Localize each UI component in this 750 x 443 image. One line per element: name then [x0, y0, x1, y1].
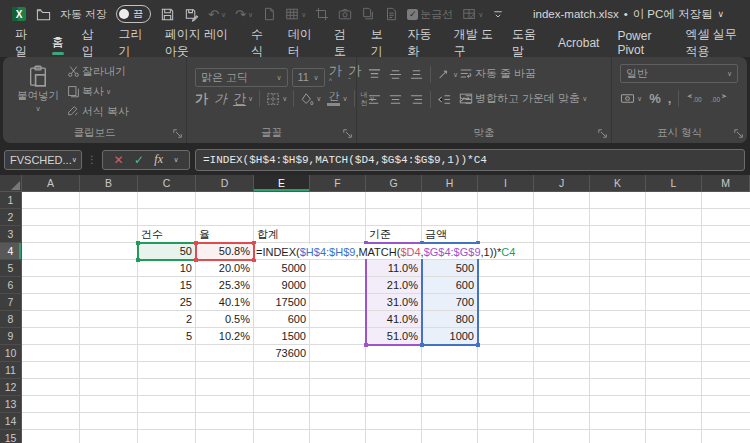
- name-box[interactable]: FVSCHED... ∨: [4, 150, 82, 170]
- column-header-D[interactable]: D: [196, 175, 254, 192]
- paste-button[interactable]: 붙여넣기 ∨: [15, 65, 61, 112]
- percent-style-button[interactable]: %: [649, 91, 661, 106]
- cell-E3[interactable]: 합계: [254, 226, 309, 242]
- column-header-H[interactable]: H: [422, 175, 478, 192]
- save-icon[interactable]: [160, 7, 175, 22]
- save-as-icon[interactable]: [184, 7, 199, 22]
- row-header-4[interactable]: 4: [0, 243, 22, 260]
- enter-button[interactable]: ✓: [134, 153, 144, 167]
- row-header-15[interactable]: 15: [0, 430, 22, 443]
- title-chevron-icon[interactable]: ∨: [718, 10, 725, 19]
- column-header-B[interactable]: B: [80, 175, 138, 192]
- document-lines-icon[interactable]: [384, 7, 398, 21]
- new-file-icon[interactable]: [262, 7, 276, 21]
- tab-자동화[interactable]: 자동화: [399, 28, 445, 57]
- bold-button[interactable]: 가: [195, 92, 208, 105]
- cell-C9[interactable]: 5: [138, 328, 195, 344]
- align-bottom-icon[interactable]: [409, 68, 424, 81]
- align-left-icon[interactable]: [367, 93, 382, 106]
- table-icon[interactable]: ∨: [285, 7, 306, 21]
- merge-center-button[interactable]: 병합하고 가운데 맞춤 ∨: [459, 91, 587, 106]
- decrease-indent-icon[interactable]: [437, 93, 452, 106]
- row-header-14[interactable]: 14: [0, 413, 22, 430]
- column-header-K[interactable]: K: [590, 175, 646, 192]
- tab-페이지 레이아웃[interactable]: 페이지 레이아웃: [156, 28, 242, 57]
- cell-E7[interactable]: 17500: [254, 294, 309, 310]
- row-header-13[interactable]: 13: [0, 396, 22, 413]
- align-middle-icon[interactable]: [388, 68, 403, 81]
- draw-table-icon[interactable]: ∨: [462, 7, 483, 21]
- column-header-L[interactable]: L: [646, 175, 702, 192]
- format-painter-button[interactable]: 서식 복사: [67, 104, 129, 119]
- cell-E9[interactable]: 1500: [254, 328, 309, 344]
- cell-D7[interactable]: 40.1%: [196, 294, 253, 310]
- underline-button[interactable]: 간∨: [233, 92, 253, 106]
- tab-검토[interactable]: 검토: [325, 28, 362, 57]
- wrap-text-button[interactable]: 자동 줄 바꿈: [459, 66, 536, 81]
- tab-보기[interactable]: 보기: [362, 28, 399, 57]
- row-header-5[interactable]: 5: [0, 260, 22, 277]
- tab-개발 도구[interactable]: 개발 도구: [445, 28, 503, 57]
- cell-E8[interactable]: 600: [254, 311, 309, 327]
- gridlines-checkbox[interactable]: ✓ 눈금선: [407, 7, 453, 22]
- number-dialog-launcher[interactable]: [734, 129, 743, 138]
- cell-D9[interactable]: 10.2%: [196, 328, 253, 344]
- cell-C7[interactable]: 25: [138, 294, 195, 310]
- autosave-toggle[interactable]: 끔: [116, 5, 151, 23]
- row-header-12[interactable]: 12: [0, 379, 22, 396]
- align-center-icon[interactable]: [388, 93, 403, 106]
- alignment-dialog-launcher[interactable]: [598, 129, 607, 138]
- row-header-9[interactable]: 9: [0, 328, 22, 345]
- cell-D6[interactable]: 25.3%: [196, 277, 253, 293]
- cell-E6[interactable]: 9000: [254, 277, 309, 293]
- cell-C3[interactable]: 건수: [138, 226, 195, 242]
- cell-D5[interactable]: 20.0%: [196, 260, 253, 276]
- qat-more-button[interactable]: [492, 8, 504, 20]
- font-name-select[interactable]: 맑은 고딕 ∨: [195, 68, 288, 87]
- column-header-G[interactable]: G: [366, 175, 422, 192]
- clipboard-dialog-launcher[interactable]: [173, 129, 182, 138]
- row-header-11[interactable]: 11: [0, 362, 22, 379]
- cell-D3[interactable]: 율: [196, 226, 253, 242]
- tab-그리기[interactable]: 그리기: [110, 28, 156, 57]
- tab-도움말[interactable]: 도움말: [503, 28, 549, 57]
- row-header-7[interactable]: 7: [0, 294, 22, 311]
- copy-document-icon[interactable]: [361, 7, 375, 21]
- cell-D8[interactable]: 0.5%: [196, 311, 253, 327]
- camera-icon[interactable]: [338, 7, 352, 21]
- fill-color-button[interactable]: ∨: [300, 92, 321, 106]
- cell-H3[interactable]: 금액: [422, 226, 477, 242]
- align-top-icon[interactable]: [367, 68, 382, 81]
- borders-button[interactable]: ∨: [266, 92, 287, 106]
- cell-E10[interactable]: 73600: [254, 345, 309, 361]
- row-header-2[interactable]: 2: [0, 209, 22, 226]
- column-header-A[interactable]: A: [22, 175, 80, 192]
- copy-button[interactable]: 복사 ∨: [67, 84, 129, 99]
- open-folder-icon[interactable]: [36, 7, 51, 22]
- comma-style-button[interactable]: ,: [668, 91, 672, 106]
- formula-bar-grip[interactable]: ⋮: [87, 154, 97, 165]
- tab-홈[interactable]: 홈: [43, 28, 73, 57]
- column-header-M[interactable]: M: [702, 175, 750, 192]
- row-header-10[interactable]: 10: [0, 345, 22, 362]
- column-header-I[interactable]: I: [478, 175, 534, 192]
- column-header-F[interactable]: F: [310, 175, 366, 192]
- select-all-button[interactable]: [0, 175, 22, 192]
- row-header-3[interactable]: 3: [0, 226, 22, 243]
- cell-G3[interactable]: 기준: [366, 226, 421, 242]
- font-dialog-launcher[interactable]: [343, 129, 352, 138]
- row-header-1[interactable]: 1: [0, 192, 22, 209]
- cancel-button[interactable]: ✕: [113, 153, 123, 167]
- orientation-button[interactable]: ∨: [437, 68, 458, 81]
- cell-C5[interactable]: 10: [138, 260, 195, 276]
- crop-icon[interactable]: [315, 7, 329, 21]
- tab-데이터[interactable]: 데이터: [279, 28, 325, 57]
- row-header-6[interactable]: 6: [0, 277, 22, 294]
- formula-overlay[interactable]: =INDEX($H$4:$H$9,MATCH($D4,$G$4:$G$9,1))…: [255, 244, 517, 259]
- row-header-8[interactable]: 8: [0, 311, 22, 328]
- tab-파일[interactable]: 파일: [6, 28, 43, 57]
- accounting-format-button[interactable]: ∨: [620, 92, 642, 105]
- font-size-select[interactable]: 11 ∨: [292, 68, 325, 87]
- font-color-button[interactable]: 간 ∨: [327, 91, 347, 106]
- excel-logo-icon[interactable]: X: [11, 6, 27, 22]
